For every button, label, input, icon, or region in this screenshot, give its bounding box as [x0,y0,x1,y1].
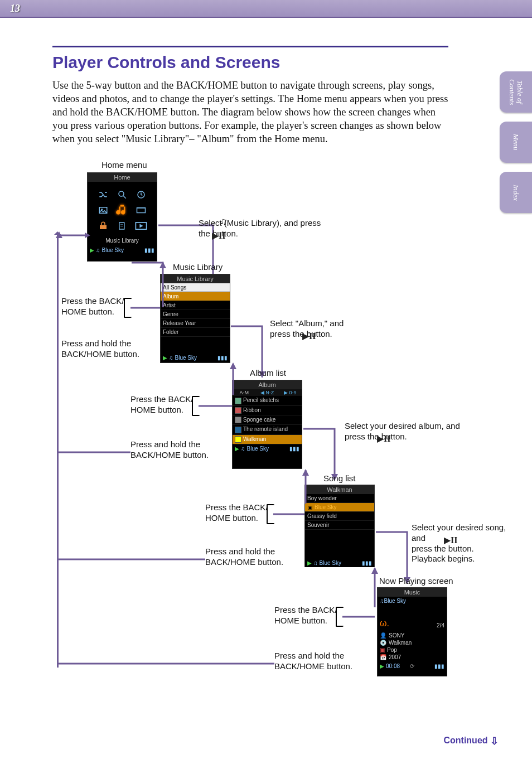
al-item-selected: Walkman [233,435,302,444]
np-art: ω. 2/4 [378,605,447,630]
play-pause-inline-icon: ▶II [212,230,225,241]
svg-point-1 [119,191,124,196]
clock-icon [132,187,150,202]
play-indicator-icon: ▶ [235,446,239,452]
svg-marker-18 [85,233,90,238]
music-library-icon [113,203,131,217]
np-track: 2/4 [437,622,444,628]
conn-album-up [200,362,235,396]
screen-music-library: Music Library All Songs Album Artist Gen… [160,274,230,363]
year-icon: 📅 [380,654,386,660]
svg-rect-8 [100,225,107,230]
al-item: Ribbon [233,406,302,415]
down-arrow-icon: ⇩ [490,735,499,747]
note-icon: ♫ [169,355,173,361]
conn-top-return [57,233,90,238]
page-body: Table of Contents Menu Index Player Cont… [0,18,532,764]
note-icon: ♫ [241,446,245,452]
label-press-back-3: Press the BACK/ HOME button. [205,502,268,524]
genre-icon: ▣ [380,647,385,653]
label-press-hold-2: Press and hold the BACK/HOME button. [130,439,209,461]
sl-item: Souvenir [305,521,374,530]
play-indicator-icon: ▶ [307,560,312,566]
ml-list: All Songs Album Artist Genre Release Yea… [161,283,230,337]
page-number: 13 [10,3,20,14]
label-press-hold-3: Press and hold the BACK/HOME button. [205,547,283,568]
diagram: Home menu Home Music Library ▶♫Blue Sky▮… [52,160,510,695]
np-title: Music [378,588,447,597]
home-grid [88,182,157,236]
tab-menu[interactable]: Menu [500,122,532,163]
label-select-desired-album: Select your desired album, and press the… [345,421,460,442]
label-press-hold-1: Press and hold the BACK/HOME button. [61,339,139,360]
label-press-back-2: Press the BACK/ HOME button. [130,394,194,415]
al-list: Pencil sketchs Ribbon Sponge cake The re… [233,396,302,444]
intro-paragraph: Use the 5-way button and the BACK/HOME b… [52,79,448,146]
play-indicator-icon: ▶ [163,355,167,361]
walkman-logo-icon: ω. [380,618,389,628]
al-tabs: A-M ◀ N-Z ▶ 0-9 [233,389,302,396]
label-album-list: Album list [250,368,286,379]
note-icon: ♫ [313,560,318,566]
ml-title: Music Library [161,274,230,283]
play-indicator-icon: ▶ [90,247,94,253]
eq-icon: ▮▮▮ [144,247,154,253]
label-press-hold-4: Press and hold the BACK/HOME button. [274,651,352,672]
sl-item-selected: ▣Blue Sky [305,503,374,512]
np-song: ♫Blue Sky [378,597,447,605]
svg-marker-13 [139,224,143,228]
conn-np-up [344,567,377,610]
note-icon: ♫ [96,247,100,253]
ml-item: Release Year [161,319,230,328]
al-item: Sponge cake [233,415,302,425]
label-press-back-1: Press the BACK/ HOME button. [61,296,124,317]
sl-item: Grassy field [305,512,374,521]
shuffle-icon [94,187,112,202]
sl-footer: ▶♫Blue Sky▮▮▮ [305,559,374,567]
eq-icon: ▮▮▮ [289,446,299,452]
svg-rect-7 [137,208,146,209]
play-pause-inline-icon: ▶II [302,331,316,341]
album-art-icon [235,407,241,414]
screen-home-title: Home [88,173,157,182]
screen-song-list: Walkman Boy wonder ▣Blue Sky Grassy fiel… [304,485,375,567]
photo-icon [94,203,112,217]
album-art-icon [235,398,241,404]
conn-lib-up [132,262,164,308]
eq-icon: ▮▮▮ [434,663,444,669]
song-thumb-icon: ▣ [307,505,313,510]
play-pause-inline-icon: ▶II [444,535,457,545]
conn-hold-2 [57,449,130,455]
ml-item: All Songs [161,283,230,292]
page-header-bar: 13 [0,0,532,18]
sl-item: Boy wonder [305,494,374,503]
al-footer: ▶♫Blue Sky▮▮▮ [233,444,302,453]
album-art-icon [235,427,241,433]
ml-item: Genre [161,310,230,319]
label-press-back-4: Press the BACK/ HOME button. [274,605,337,626]
tab-toc[interactable]: Table of Contents [500,71,532,113]
conn-back-3 [273,511,304,517]
label-home-menu: Home menu [101,160,147,171]
continued-note: Continued ⇩ [443,735,499,747]
conn-hold-4 [57,661,274,666]
svg-line-2 [123,196,126,199]
video-icon [132,203,150,217]
play-indicator-icon: ▶ [380,663,384,669]
artist-icon: 👤 [380,632,386,639]
ml-item: Folder [161,328,230,337]
np-meta: 👤SONY 💿Walkman ▣Pop 📅2007 [378,630,447,662]
conn-back-2 [199,403,232,409]
al-title: Album [233,380,302,389]
sl-list: Boy wonder ▣Blue Sky Grassy field Souven… [305,494,374,530]
conn-hold-3 [57,557,205,562]
screen-now-playing: Music ♫Blue Sky ω. 2/4 👤SONY 💿Walkman ▣P… [377,587,447,676]
album-art-icon [235,436,241,443]
screen-album-list: Album A-M ◀ N-Z ▶ 0-9 Pencil sketchs Rib… [232,380,302,469]
label-now-playing: Now Playing screen [379,576,453,587]
rule [52,46,448,47]
page-title: Player Controls and Screens [52,53,448,72]
now-playing-icon [132,219,150,233]
eq-icon: ▮▮▮ [217,355,228,361]
music-note-inline-icon: ♫ [220,216,228,228]
